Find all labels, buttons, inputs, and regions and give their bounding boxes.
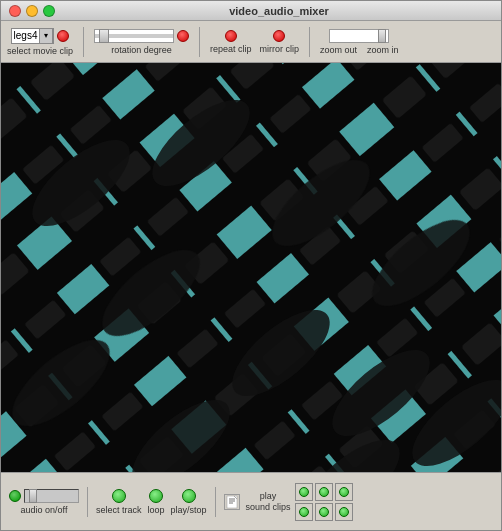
loop-controls — [149, 489, 163, 503]
minimize-button[interactable] — [26, 5, 38, 17]
separator-3 — [309, 27, 310, 57]
sound-btn-3[interactable] — [335, 483, 353, 501]
rotation-group: rotation degree — [94, 29, 189, 55]
movie-clip-dropdown[interactable]: ▾ — [39, 28, 53, 44]
sound-buttons-grid — [295, 483, 353, 521]
zoom-group: zoom out zoom in — [320, 29, 399, 55]
separator-1 — [83, 27, 84, 57]
play-stop-controls — [182, 489, 196, 503]
repeat-group: repeat clip — [210, 30, 252, 54]
sound-clips-group: play sound clips — [246, 483, 353, 521]
bottom-toolbar: audio on/off select track loop play/stop — [1, 472, 501, 530]
sound-btn-4[interactable] — [295, 503, 313, 521]
mirror-controls — [273, 30, 285, 42]
app-window: video_audio_mixer legs4 ▾ select movie c… — [0, 0, 502, 531]
bottom-separator-1 — [87, 487, 88, 517]
repeat-button[interactable] — [225, 30, 237, 42]
repeat-label: repeat clip — [210, 44, 252, 54]
rotation-controls — [94, 29, 189, 43]
sound-btn-2[interactable] — [315, 483, 333, 501]
mirror-button[interactable] — [273, 30, 285, 42]
rotation-onoff-button[interactable] — [177, 30, 189, 42]
zoom-out-label: zoom out — [320, 45, 357, 55]
loop-label: loop — [148, 505, 165, 515]
repeat-controls — [225, 30, 237, 42]
note-icon-button[interactable] — [224, 494, 240, 510]
title-bar: video_audio_mixer — [1, 1, 501, 21]
play-stop-button[interactable] — [182, 489, 196, 503]
sound-btn-1[interactable] — [295, 483, 313, 501]
select-track-button[interactable] — [112, 489, 126, 503]
zoom-controls — [329, 29, 389, 43]
audio-onoff-button[interactable] — [9, 490, 21, 502]
maximize-button[interactable] — [43, 5, 55, 17]
audio-slider[interactable] — [24, 489, 79, 503]
movie-clip-value: legs4 — [12, 30, 40, 41]
dropdown-arrow-icon: ▾ — [44, 31, 48, 40]
select-track-group: select track — [96, 489, 142, 515]
play-sound-clips-label: play sound clips — [246, 491, 291, 513]
audio-group: audio on/off — [9, 489, 79, 515]
video-display — [1, 63, 501, 472]
main-toolbar: legs4 ▾ select movie clip rotation degre… — [1, 21, 501, 63]
play-button[interactable] — [57, 30, 69, 42]
mirror-label: mirror clip — [260, 44, 300, 54]
movie-clip-group: legs4 ▾ select movie clip — [7, 28, 73, 56]
select-track-controls — [112, 489, 126, 503]
sound-btn-6[interactable] — [335, 503, 353, 521]
rotation-label: rotation degree — [111, 45, 172, 55]
bottom-separator-2 — [215, 487, 216, 517]
zoom-in-label: zoom in — [367, 45, 399, 55]
select-track-label: select track — [96, 505, 142, 515]
audio-controls — [9, 489, 79, 503]
mirror-group: mirror clip — [260, 30, 300, 54]
movie-clip-controls: legs4 ▾ — [11, 28, 70, 44]
rotation-slider[interactable] — [94, 29, 174, 43]
sound-btn-5[interactable] — [315, 503, 333, 521]
movie-clip-label: select movie clip — [7, 46, 73, 56]
play-stop-group: play/stop — [171, 489, 207, 515]
window-title: video_audio_mixer — [65, 5, 493, 17]
zoom-slider[interactable] — [329, 29, 389, 43]
play-stop-label: play/stop — [171, 505, 207, 515]
loop-group: loop — [148, 489, 165, 515]
close-button[interactable] — [9, 5, 21, 17]
separator-2 — [199, 27, 200, 57]
audio-onoff-label: audio on/off — [21, 505, 68, 515]
loop-button[interactable] — [149, 489, 163, 503]
window-controls — [9, 5, 55, 17]
video-canvas — [1, 63, 501, 472]
